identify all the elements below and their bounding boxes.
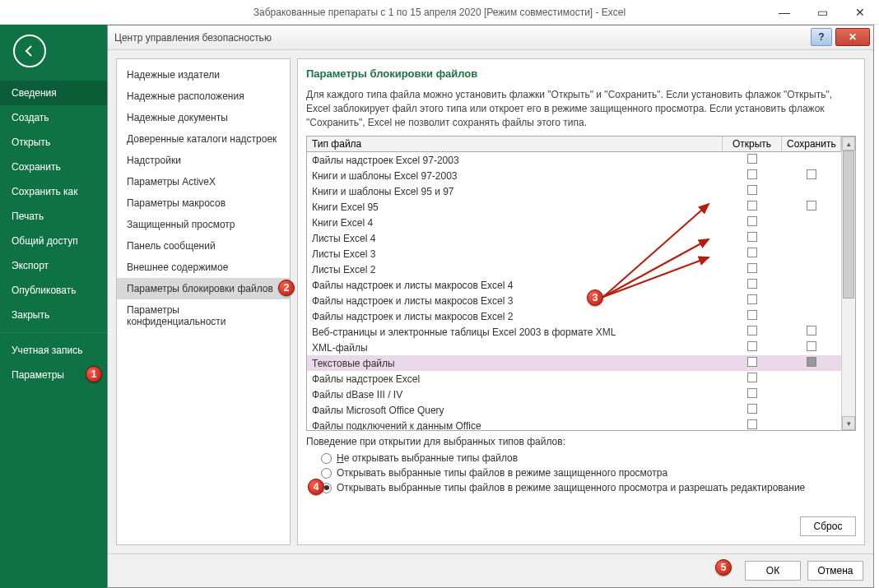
category-item[interactable]: Надстройки — [117, 150, 290, 171]
category-item[interactable]: Надежные расположения — [117, 86, 290, 107]
nav-item-5[interactable]: Печать — [0, 204, 107, 229]
col-open[interactable]: Открыть — [723, 137, 782, 152]
table-row[interactable]: Книги и шаблоны Excel 97-2003 — [307, 168, 841, 183]
save-cell[interactable] — [782, 277, 841, 293]
nav-item-2[interactable]: Открыть — [0, 130, 107, 155]
save-cell[interactable] — [782, 387, 841, 402]
checkbox[interactable] — [807, 341, 816, 351]
table-row[interactable]: Книги Excel 4 — [307, 215, 841, 230]
table-row[interactable]: Файлы надстроек и листы макросов Excel 3 — [307, 293, 841, 308]
table-row[interactable]: Файлы dBase III / IV — [307, 387, 841, 402]
save-cell[interactable] — [782, 308, 841, 324]
save-cell[interactable] — [782, 199, 841, 215]
open-cell[interactable] — [723, 277, 782, 293]
checkbox[interactable] — [747, 185, 757, 195]
checkbox[interactable] — [747, 248, 757, 257]
minimize-button[interactable]: — — [765, 0, 803, 25]
open-cell[interactable] — [723, 168, 782, 183]
checkbox[interactable] — [747, 169, 757, 179]
checkbox[interactable] — [747, 294, 757, 304]
open-cell[interactable] — [723, 293, 782, 308]
table-row[interactable]: Файлы надстроек Excel 97-2003 — [307, 152, 841, 169]
nav-item-8[interactable]: Опубликовать — [0, 278, 107, 303]
checkbox[interactable] — [747, 404, 757, 414]
checkbox[interactable] — [747, 326, 757, 336]
dialog-close-button[interactable]: ✕ — [835, 28, 870, 46]
checkbox[interactable] — [747, 310, 757, 320]
col-save[interactable]: Сохранить — [782, 137, 841, 152]
nav-params[interactable]: Параметры 1 — [0, 363, 107, 387]
dialog-help-button[interactable]: ? — [811, 28, 832, 46]
open-cell[interactable] — [723, 308, 782, 324]
category-item[interactable]: Надежные документы — [117, 107, 290, 128]
save-cell[interactable] — [782, 371, 841, 387]
category-item[interactable]: Доверенные каталоги надстроек — [117, 128, 290, 150]
table-row[interactable]: Листы Excel 2 — [307, 262, 841, 277]
open-cell[interactable] — [723, 262, 782, 277]
save-cell[interactable] — [782, 230, 841, 246]
table-row[interactable]: Листы Excel 4 — [307, 230, 841, 246]
save-cell[interactable] — [782, 355, 841, 371]
reset-button[interactable]: Сброс — [800, 516, 856, 536]
save-cell[interactable] — [782, 246, 841, 262]
open-cell[interactable] — [723, 215, 782, 230]
nav-item-4[interactable]: Сохранить как — [0, 179, 107, 204]
save-cell[interactable] — [782, 215, 841, 230]
table-row[interactable]: Файлы Microsoft Office Query — [307, 402, 841, 418]
open-cell[interactable] — [723, 183, 782, 199]
save-cell[interactable] — [782, 152, 841, 169]
scroll-up-icon[interactable]: ▴ — [842, 137, 855, 150]
table-row[interactable]: Файлы надстроек и листы макросов Excel 2 — [307, 308, 841, 324]
table-row[interactable]: Текстовые файлы — [307, 355, 841, 371]
save-cell[interactable] — [782, 293, 841, 308]
radio-icon[interactable] — [321, 453, 332, 464]
save-cell[interactable] — [782, 418, 841, 430]
ok-button[interactable]: ОК — [745, 561, 801, 581]
nav-item-6[interactable]: Общий доступ — [0, 229, 107, 253]
table-row[interactable]: Файлы подключений к данным Office — [307, 418, 841, 430]
open-cell[interactable] — [723, 418, 782, 430]
category-item[interactable]: Защищенный просмотр — [117, 214, 290, 235]
checkbox[interactable] — [747, 232, 757, 242]
table-row[interactable]: XML-файлы — [307, 340, 841, 355]
category-item[interactable]: Надежные издатели — [117, 64, 290, 86]
table-scrollbar[interactable]: ▴ ▾ — [841, 137, 855, 430]
category-item[interactable]: Внешнее содержимое — [117, 257, 290, 278]
checkbox[interactable] — [747, 201, 757, 211]
back-button[interactable] — [13, 35, 46, 67]
table-row[interactable]: Книги и шаблоны Excel 95 и 97 — [307, 183, 841, 199]
scroll-thumb[interactable] — [843, 150, 854, 299]
open-cell[interactable] — [723, 340, 782, 355]
category-item[interactable]: Параметры блокировки файлов2 — [117, 278, 290, 299]
category-item[interactable]: Параметры конфиденциальности — [117, 299, 290, 332]
checkbox[interactable] — [747, 263, 757, 273]
table-row[interactable]: Листы Excel 3 — [307, 246, 841, 262]
checkbox[interactable] — [807, 357, 816, 367]
checkbox[interactable] — [747, 154, 757, 164]
save-cell[interactable] — [782, 324, 841, 340]
table-row[interactable]: Книги Excel 95 — [307, 199, 841, 215]
open-cell[interactable] — [723, 230, 782, 246]
table-row[interactable]: Файлы надстроек Excel — [307, 371, 841, 387]
category-item[interactable]: Параметры макросов — [117, 192, 290, 214]
radio-option[interactable]: Открывать выбранные типы файлов в режиме… — [306, 480, 856, 495]
save-cell[interactable] — [782, 340, 841, 355]
checkbox[interactable] — [747, 373, 757, 382]
checkbox[interactable] — [747, 279, 757, 289]
open-cell[interactable] — [723, 324, 782, 340]
nav-account[interactable]: Учетная запись — [0, 338, 107, 363]
cancel-button[interactable]: Отмена — [807, 561, 863, 581]
save-cell[interactable] — [782, 402, 841, 418]
checkbox[interactable] — [747, 341, 757, 351]
checkbox[interactable] — [747, 419, 757, 429]
table-row[interactable]: Файлы надстроек и листы макросов Excel 4 — [307, 277, 841, 293]
open-cell[interactable] — [723, 152, 782, 169]
category-item[interactable]: Параметры ActiveX — [117, 171, 290, 192]
checkbox[interactable] — [747, 357, 757, 367]
radio-option[interactable]: Не открывать выбранные типы файлов — [306, 451, 856, 465]
col-file-type[interactable]: Тип файла — [307, 137, 723, 152]
nav-item-0[interactable]: Сведения — [0, 81, 107, 105]
nav-item-9[interactable]: Закрыть — [0, 303, 107, 327]
checkbox[interactable] — [807, 201, 816, 211]
checkbox[interactable] — [807, 169, 816, 179]
